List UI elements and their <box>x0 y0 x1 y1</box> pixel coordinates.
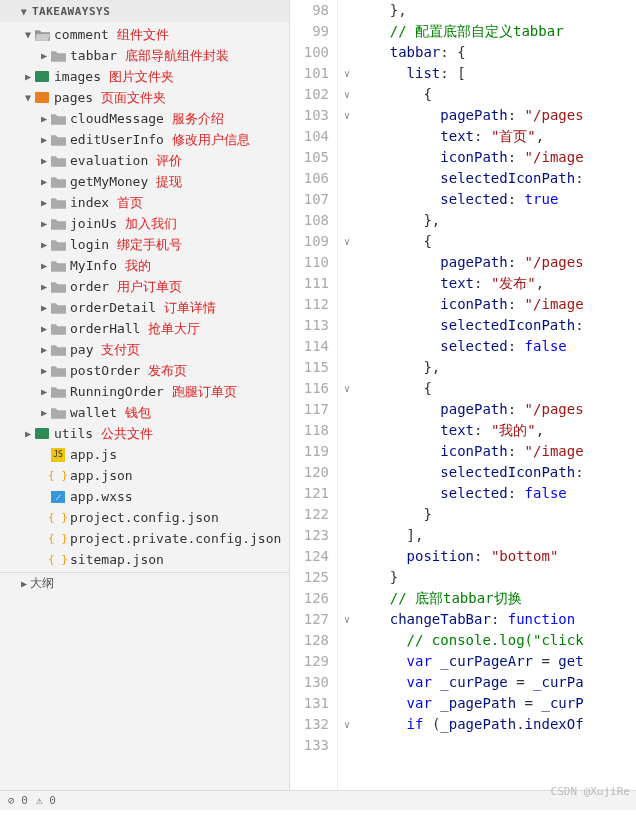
tree-item[interactable]: ▶MyInfo我的 <box>0 255 289 276</box>
code-line[interactable]: selectedIconPath: <box>356 462 636 483</box>
fold-marker[interactable] <box>338 441 356 462</box>
fold-marker[interactable] <box>338 525 356 546</box>
code-line[interactable]: text: "首页", <box>356 126 636 147</box>
tree-item[interactable]: ▶evaluation评价 <box>0 150 289 171</box>
code-line[interactable]: list: [ <box>356 63 636 84</box>
code-line[interactable]: { <box>356 231 636 252</box>
code-content[interactable]: }, // 配置底部自定义tabbar tabbar: { list: [ { … <box>356 0 636 790</box>
fold-marker[interactable] <box>338 252 356 273</box>
fold-marker[interactable]: ∨ <box>338 105 356 126</box>
error-count[interactable]: ⊘ 0 <box>8 794 28 807</box>
fold-marker[interactable] <box>338 462 356 483</box>
tree-item[interactable]: ▶cloudMessage服务介绍 <box>0 108 289 129</box>
tree-item[interactable]: { }sitemap.json <box>0 549 289 570</box>
fold-marker[interactable] <box>338 147 356 168</box>
fold-column[interactable]: ∨∨∨∨∨∨∨ <box>338 0 356 790</box>
fold-marker[interactable] <box>338 0 356 21</box>
code-line[interactable]: // 底部tabbar切换 <box>356 588 636 609</box>
code-editor[interactable]: 9899100101102103104105106107108109110111… <box>290 0 636 790</box>
tree-item[interactable]: JSapp.js <box>0 444 289 465</box>
code-line[interactable]: pagePath: "/pages <box>356 252 636 273</box>
tree-item[interactable]: ▶orderHall抢单大厅 <box>0 318 289 339</box>
project-header[interactable]: ▼ TAKEAWAYSYS <box>0 0 289 22</box>
code-line[interactable]: pagePath: "/pages <box>356 399 636 420</box>
fold-marker[interactable] <box>338 21 356 42</box>
tree-item[interactable]: ▶pay支付页 <box>0 339 289 360</box>
code-line[interactable]: text: "我的", <box>356 420 636 441</box>
tree-item[interactable]: ▶index首页 <box>0 192 289 213</box>
code-line[interactable]: changeTabBar: function <box>356 609 636 630</box>
outline-section[interactable]: ▶ 大纲 <box>0 572 289 594</box>
fold-marker[interactable] <box>338 420 356 441</box>
tree-item[interactable]: ▶getMyMoney提现 <box>0 171 289 192</box>
fold-marker[interactable] <box>338 42 356 63</box>
fold-marker[interactable] <box>338 651 356 672</box>
code-line[interactable]: iconPath: "/image <box>356 441 636 462</box>
tree-item[interactable]: ▶images图片文件夹 <box>0 66 289 87</box>
fold-marker[interactable]: ∨ <box>338 378 356 399</box>
tree-item[interactable]: ▶tabbar底部导航组件封装 <box>0 45 289 66</box>
tree-item[interactable]: ▶RunningOrder跑腿订单页 <box>0 381 289 402</box>
code-line[interactable]: position: "bottom" <box>356 546 636 567</box>
code-line[interactable]: selected: false <box>356 483 636 504</box>
fold-marker[interactable] <box>338 693 356 714</box>
code-line[interactable]: { <box>356 378 636 399</box>
tree-item[interactable]: ▼pages页面文件夹 <box>0 87 289 108</box>
fold-marker[interactable] <box>338 294 356 315</box>
fold-marker[interactable] <box>338 567 356 588</box>
code-line[interactable]: }, <box>356 357 636 378</box>
fold-marker[interactable] <box>338 189 356 210</box>
tree-item[interactable]: ▶wallet钱包 <box>0 402 289 423</box>
tree-item[interactable]: ▶order用户订单页 <box>0 276 289 297</box>
fold-marker[interactable] <box>338 735 356 756</box>
fold-marker[interactable] <box>338 315 356 336</box>
code-line[interactable]: selected: false <box>356 336 636 357</box>
code-line[interactable]: ], <box>356 525 636 546</box>
fold-marker[interactable] <box>338 504 356 525</box>
code-line[interactable]: }, <box>356 0 636 21</box>
fold-marker[interactable] <box>338 273 356 294</box>
fold-marker[interactable]: ∨ <box>338 231 356 252</box>
tree-item[interactable]: ▶editUserInfo修改用户信息 <box>0 129 289 150</box>
code-line[interactable]: } <box>356 504 636 525</box>
tree-item[interactable]: ⟋app.wxss <box>0 486 289 507</box>
tree-item[interactable]: ▶postOrder发布页 <box>0 360 289 381</box>
fold-marker[interactable] <box>338 357 356 378</box>
code-line[interactable]: var _pagePath = _curP <box>356 693 636 714</box>
code-line[interactable]: // console.log("click <box>356 630 636 651</box>
tree-item[interactable]: ▶login绑定手机号 <box>0 234 289 255</box>
fold-marker[interactable]: ∨ <box>338 63 356 84</box>
tree-item[interactable]: ▶orderDetail订单详情 <box>0 297 289 318</box>
code-line[interactable]: selectedIconPath: <box>356 315 636 336</box>
tree-item[interactable]: ▼comment组件文件 <box>0 24 289 45</box>
code-line[interactable]: // 配置底部自定义tabbar <box>356 21 636 42</box>
code-line[interactable]: if (_pagePath.indexOf <box>356 714 636 735</box>
fold-marker[interactable] <box>338 630 356 651</box>
code-line[interactable]: var _curPageArr = get <box>356 651 636 672</box>
fold-marker[interactable] <box>338 336 356 357</box>
code-line[interactable]: text: "发布", <box>356 273 636 294</box>
tree-item[interactable]: { }project.config.json <box>0 507 289 528</box>
code-line[interactable]: selected: true <box>356 189 636 210</box>
fold-marker[interactable] <box>338 399 356 420</box>
fold-marker[interactable] <box>338 210 356 231</box>
code-line[interactable]: }, <box>356 210 636 231</box>
fold-marker[interactable] <box>338 588 356 609</box>
code-line[interactable]: tabbar: { <box>356 42 636 63</box>
tree-item[interactable]: ▶utils公共文件 <box>0 423 289 444</box>
warning-count[interactable]: ⚠ 0 <box>36 794 56 807</box>
code-line[interactable]: selectedIconPath: <box>356 168 636 189</box>
tree-item[interactable]: { }app.json <box>0 465 289 486</box>
fold-marker[interactable]: ∨ <box>338 714 356 735</box>
fold-marker[interactable] <box>338 126 356 147</box>
code-line[interactable]: { <box>356 84 636 105</box>
code-line[interactable]: pagePath: "/pages <box>356 105 636 126</box>
fold-marker[interactable] <box>338 483 356 504</box>
code-line[interactable]: var _curPage = _curPa <box>356 672 636 693</box>
fold-marker[interactable] <box>338 168 356 189</box>
code-line[interactable]: iconPath: "/image <box>356 147 636 168</box>
code-line[interactable] <box>356 735 636 756</box>
code-line[interactable]: } <box>356 567 636 588</box>
fold-marker[interactable] <box>338 546 356 567</box>
fold-marker[interactable]: ∨ <box>338 609 356 630</box>
